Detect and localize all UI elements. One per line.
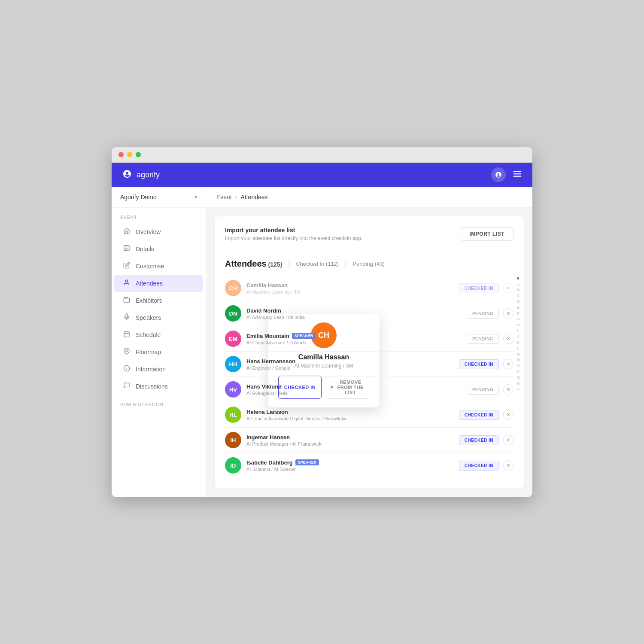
alpha-M[interactable]: M — [517, 352, 521, 357]
table-row: HV Hans Viklund AI Evangelist / Telia PE… — [225, 377, 513, 402]
sidebar-item-attendees[interactable]: Attendees — [114, 275, 203, 292]
exhibitors-icon — [123, 296, 131, 305]
attendee-actions: CHECKED IN ✕ — [459, 410, 513, 420]
breadcrumb-separator: › — [235, 194, 237, 200]
attendee-actions: CHECKED IN ✕ — [459, 435, 513, 445]
avatar: HL — [225, 407, 241, 423]
attendee-info: Helena Larsson AI Lead & Associate Digit… — [246, 409, 459, 421]
sidebar-item-discussions[interactable]: Discussions — [114, 378, 203, 395]
table-row: IH Ingemar Hansen AI Product Manager / A… — [225, 428, 513, 453]
fullscreen-dot[interactable] — [136, 152, 141, 157]
hamburger-menu-icon[interactable] — [513, 169, 522, 181]
svg-rect-5 — [124, 298, 129, 302]
minimize-dot[interactable] — [127, 152, 132, 157]
topbar-avatar[interactable] — [491, 167, 506, 182]
pending-button[interactable]: PENDING — [467, 334, 499, 344]
attendee-name: Ingemar Hansen — [246, 434, 459, 440]
speaker-badge: SPEAKER — [292, 333, 316, 339]
checked-in-button[interactable]: CHECKED IN — [459, 435, 499, 445]
schedule-icon — [123, 331, 131, 339]
import-section: Import your attendee list Import your at… — [225, 227, 513, 250]
sidebar-item-details[interactable]: Details — [114, 240, 203, 258]
attendees-icon — [123, 279, 131, 288]
attendee-actions: CHECKED IN ✕ — [459, 359, 513, 369]
remove-button[interactable]: ✕ — [503, 460, 513, 471]
remove-button[interactable]: ✕ — [503, 334, 513, 344]
alpha-F[interactable]: F — [517, 311, 521, 316]
alpha-K[interactable]: K — [517, 340, 521, 346]
remove-button[interactable]: ✕ — [503, 384, 513, 395]
avatar: HV — [225, 381, 241, 398]
remove-button[interactable]: ✕ — [503, 308, 513, 319]
remove-button[interactable]: ✕ — [503, 283, 513, 293]
alpha-L[interactable]: L — [517, 346, 521, 351]
avatar: ID — [225, 457, 241, 474]
logo-area: agorify — [122, 169, 160, 181]
sidebar-item-schedule[interactable]: Schedule — [114, 326, 203, 343]
attendee-name: Isabelle Dahlberg SPEAKER — [246, 459, 459, 466]
alpha-O[interactable]: O — [517, 363, 521, 369]
alpha-P[interactable]: P — [517, 369, 521, 375]
remove-button[interactable]: ✕ — [503, 435, 513, 445]
org-name: Agorify Demo — [120, 194, 157, 200]
topbar-right — [491, 167, 522, 182]
attendee-role: AI Lead & Associate Digital Director / S… — [246, 416, 459, 421]
sidebar-item-label-discussions: Discussions — [136, 383, 168, 390]
alpha-A[interactable]: A — [517, 282, 521, 287]
checked-in-button[interactable]: CHECKED IN — [459, 410, 499, 420]
alpha-N[interactable]: N — [517, 357, 521, 363]
sidebar-item-floormap[interactable]: Floormap — [114, 343, 203, 361]
sidebar-item-overview[interactable]: Overview — [114, 223, 203, 240]
pending-button[interactable]: PENDING — [467, 385, 499, 395]
table-row: DN David Nordin AI Advocacy Lead / All I… — [225, 301, 513, 326]
table-row: ID Isabelle Dahlberg SPEAKER AI Scientis… — [225, 453, 513, 478]
breadcrumb-event[interactable]: Event — [216, 194, 232, 200]
org-selector[interactable]: Agorify Demo ▾ — [112, 187, 206, 208]
attendee-name: Camilla Hassan — [246, 282, 459, 289]
remove-button[interactable]: ✕ — [503, 410, 513, 420]
alpha-D[interactable]: D — [517, 299, 521, 304]
import-description: Import your attendee list directly into … — [225, 235, 362, 241]
alpha-Q[interactable]: Q — [517, 375, 521, 380]
alpha-C[interactable]: C — [517, 293, 521, 299]
attendee-role: AI Evangelist / Telia — [246, 391, 467, 396]
topbar: agorify — [112, 163, 532, 187]
sidebar-item-customise[interactable]: Customise — [114, 258, 203, 275]
alpha-B[interactable]: B — [517, 287, 521, 293]
avatar: IH — [225, 432, 241, 448]
sidebar-item-information[interactable]: Information — [114, 361, 203, 378]
pending-button[interactable]: PENDING — [467, 309, 499, 319]
alpha-R[interactable]: R — [517, 381, 521, 386]
browser-window: agorify Agorify Demo ▾ Even — [112, 147, 532, 497]
attendee-list: CH Camilla Hassan AI Machine Learning / … — [225, 276, 513, 478]
alpha-S[interactable]: S — [517, 386, 521, 392]
attendees-count-superscript: (125) — [267, 261, 283, 268]
sidebar-item-speakers[interactable]: Speakers — [114, 309, 203, 326]
avatar: DN — [225, 305, 241, 322]
home-icon — [123, 228, 131, 236]
sidebar-item-label-customise: Customise — [136, 263, 164, 270]
attendee-role: AI Machine Learning / 3M — [246, 289, 459, 295]
breadcrumb-current: Attendees — [240, 194, 267, 200]
speaker-badge: SPEAKER — [295, 459, 319, 465]
alpha-hash[interactable]: # — [517, 276, 521, 281]
sidebar-item-exhibitors[interactable]: Exhibitors — [114, 292, 203, 309]
alpha-G[interactable]: G — [517, 316, 521, 322]
import-list-button[interactable]: IMPORT LIST — [461, 227, 514, 241]
close-dot[interactable] — [118, 152, 124, 157]
alpha-J[interactable]: J — [517, 334, 521, 340]
alpha-I[interactable]: I — [517, 328, 521, 334]
remove-button[interactable]: ✕ — [503, 359, 513, 369]
details-icon — [123, 245, 131, 253]
page-area: Event › Attendees Import your attendee l… — [206, 187, 532, 497]
table-row: HL Helena Larsson AI Lead & Associate Di… — [225, 402, 513, 428]
avatar: CH — [225, 280, 241, 296]
alpha-E[interactable]: E — [517, 305, 521, 310]
sidebar-item-label-details: Details — [136, 246, 154, 252]
alpha-H[interactable]: H — [517, 322, 521, 328]
checked-in-button[interactable]: CHECKED IN — [459, 461, 499, 471]
sidebar-item-label-schedule: Schedule — [136, 331, 161, 338]
checked-in-button[interactable]: CHECKED IN — [459, 359, 499, 369]
checked-in-button[interactable]: CHECKED IN — [459, 283, 499, 293]
svg-point-4 — [125, 280, 128, 282]
